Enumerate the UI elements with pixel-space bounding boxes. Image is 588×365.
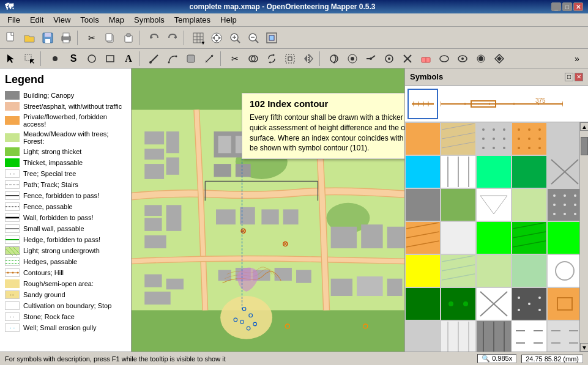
grid-button[interactable]: ▼: [190, 29, 207, 46]
svg-point-177: [538, 128, 541, 131]
rotate-tool[interactable]: [263, 50, 280, 67]
pan-button[interactable]: [208, 29, 225, 46]
undo-button[interactable]: [146, 29, 163, 46]
symbol-cell[interactable]: [512, 155, 547, 188]
symbol-cell[interactable]: [441, 287, 476, 320]
minimize-button[interactable]: _: [551, 2, 561, 11]
scroll-thumb[interactable]: [581, 137, 588, 155]
symbol-cell[interactable]: [405, 254, 441, 287]
text-tool[interactable]: A: [120, 50, 137, 67]
symbol-cell[interactable]: [547, 221, 579, 254]
symbols-restore-button[interactable]: □: [565, 73, 573, 81]
select-tool[interactable]: [2, 50, 20, 67]
symbol-cell[interactable]: [512, 188, 547, 221]
more-tools-button[interactable]: »: [568, 50, 586, 67]
legend-label: Fence, passable: [23, 203, 73, 210]
save-button[interactable]: [39, 29, 56, 46]
dot-tool[interactable]: [472, 50, 489, 67]
zoom-in-button[interactable]: [226, 29, 244, 46]
symbol-cell[interactable]: [476, 155, 512, 188]
symbol-cell[interactable]: [405, 155, 441, 188]
symbol-cell[interactable]: [512, 122, 547, 155]
flip-tool[interactable]: [300, 50, 317, 67]
symbol-cell[interactable]: [405, 320, 441, 352]
symbol-cell[interactable]: [405, 122, 441, 155]
symbol-cell[interactable]: [405, 221, 441, 254]
cross-tool[interactable]: [399, 50, 416, 67]
symbol-cell[interactable]: [476, 188, 512, 221]
symbol-cell[interactable]: [547, 254, 579, 287]
paste-button[interactable]: [120, 29, 137, 46]
oval2-tool[interactable]: [454, 50, 471, 67]
svg-line-201: [406, 223, 439, 229]
fill-tool[interactable]: [182, 50, 199, 67]
scroll-down-button[interactable]: ▼: [580, 343, 588, 352]
text-tool-s[interactable]: S: [65, 50, 82, 67]
boolean-tool[interactable]: [245, 50, 262, 67]
symbol-cell[interactable]: [476, 254, 512, 287]
menu-templates[interactable]: Templates: [169, 14, 215, 26]
symbol-cell[interactable]: [441, 155, 476, 188]
fit-button[interactable]: [263, 29, 280, 46]
copy-button[interactable]: [102, 29, 119, 46]
maximize-button[interactable]: □: [562, 2, 572, 11]
scroll-up-button[interactable]: ▲: [580, 122, 588, 131]
zoom-out-button[interactable]: [245, 29, 262, 46]
cut-button[interactable]: ✂: [83, 29, 100, 46]
rect-tool[interactable]: [102, 50, 119, 67]
open-button[interactable]: [21, 29, 38, 46]
svg-rect-115: [283, 209, 299, 224]
redo-button[interactable]: [164, 29, 181, 46]
map-area[interactable]: 102 Index contour Every fifth contour sh…: [132, 68, 404, 352]
symbols-scrollbar[interactable]: ▲ ▼: [579, 122, 588, 352]
symbol-cell[interactable]: [476, 320, 512, 352]
tag-tool[interactable]: [381, 50, 398, 67]
draw-tool[interactable]: [146, 50, 163, 67]
oval-tool[interactable]: [436, 50, 453, 67]
circle-tool[interactable]: [83, 50, 100, 67]
cut-tool[interactable]: ✂: [226, 50, 244, 67]
symbol-cell[interactable]: [476, 122, 512, 155]
symbol-cell[interactable]: [547, 188, 579, 221]
menu-file[interactable]: File: [2, 14, 25, 26]
close-button[interactable]: ✕: [573, 2, 583, 11]
symbol-cell[interactable]: [441, 122, 476, 155]
select-box-tool[interactable]: [21, 50, 38, 67]
menu-map[interactable]: Map: [104, 14, 129, 26]
eraser-tool[interactable]: [417, 50, 434, 67]
symbol-cell[interactable]: [405, 287, 441, 320]
new-button[interactable]: [2, 29, 20, 46]
menu-edit[interactable]: Edit: [25, 14, 48, 26]
rotate2-tool[interactable]: [326, 50, 343, 67]
join-tool[interactable]: [362, 50, 379, 67]
menu-tools[interactable]: Tools: [75, 14, 103, 26]
symbol-cell[interactable]: [547, 155, 579, 188]
snap-tool[interactable]: [344, 50, 361, 67]
symbol-cell[interactable]: [512, 320, 547, 352]
symbol-cell[interactable]: [547, 287, 579, 320]
symbol-cell[interactable]: [441, 188, 476, 221]
symbol-cell[interactable]: [441, 221, 476, 254]
menu-help[interactable]: Help: [215, 14, 242, 26]
symbols-close-button[interactable]: ✕: [575, 73, 583, 81]
symbol-cell[interactable]: [547, 320, 579, 352]
curve-tool[interactable]: [164, 50, 181, 67]
measure-tool[interactable]: [201, 50, 218, 67]
menu-symbols[interactable]: Symbols: [129, 14, 169, 26]
toolbar-separator-2: [140, 31, 143, 45]
symbol-cell[interactable]: [512, 287, 547, 320]
menu-view[interactable]: View: [48, 14, 75, 26]
symbol-cell[interactable]: [547, 122, 579, 155]
symbol-cell[interactable]: [441, 320, 476, 352]
symbol-cell[interactable]: [476, 221, 512, 254]
diamond-tool[interactable]: [491, 50, 508, 67]
symbol-cell[interactable]: [512, 254, 547, 287]
symbol-cell[interactable]: [441, 254, 476, 287]
symbol-cell[interactable]: [405, 188, 441, 221]
coords-value: 24.75 85.82 (mm): [526, 355, 579, 363]
scale-tool[interactable]: [281, 50, 299, 67]
symbol-cell[interactable]: [476, 287, 512, 320]
print-button[interactable]: [58, 29, 75, 46]
point-tool[interactable]: [47, 50, 64, 67]
symbol-cell[interactable]: [512, 221, 547, 254]
